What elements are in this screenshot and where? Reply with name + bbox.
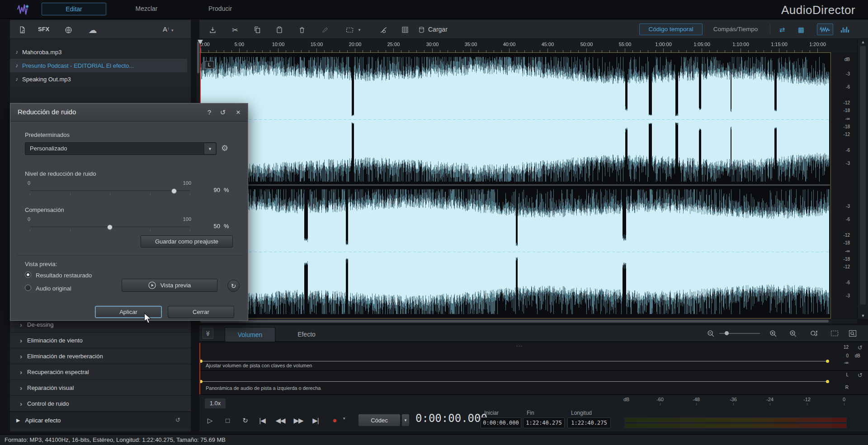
volume-keyframe[interactable] [826,360,829,363]
effect-item[interactable]: ›Reparación visual [10,380,191,396]
close-icon[interactable]: × [233,107,244,118]
vscroll-thumb[interactable] [860,46,866,304]
preset-dropdown[interactable]: Personalizado ▾ [25,142,217,155]
pan-keyframe[interactable] [826,380,829,383]
snap-grid-icon[interactable] [399,24,411,36]
db-scale-label: -18 [844,124,850,129]
play-button[interactable]: ▷ [203,415,217,426]
text-size-tool[interactable]: A↑▾ [163,25,174,33]
pan-envelope-line[interactable] [201,381,829,382]
pan-lane[interactable]: Panorámica de audio de pista a izquierda… [199,370,868,394]
export-audio-icon[interactable] [207,24,218,36]
effect-item[interactable]: ›Control de ruido [10,396,191,412]
library-file-row[interactable]: ♪Presunto Podcast - EDITORIAL El efecto.… [10,59,187,72]
effect-item[interactable]: ›Eliminación de reverberación [10,348,191,364]
zoom-in-icon[interactable] [767,328,779,339]
effect-label: Control de ruido [27,400,69,407]
radio-restored-result[interactable] [25,272,31,278]
draw-tool-icon[interactable] [319,24,331,36]
timeline-ruler[interactable] [199,39,857,52]
codec-button[interactable]: Códec [358,414,401,426]
save-preset-button[interactable]: Guardar como preajuste [141,235,233,248]
meter-fill [625,418,846,422]
codec-caret-button[interactable]: ▾ [401,414,410,426]
record-button[interactable]: ● [327,415,342,426]
download-sounds-icon[interactable] [62,24,74,36]
auto-fade-icon[interactable] [377,24,389,36]
fast-forward-button[interactable]: ▶▶ [291,415,306,426]
stop-button[interactable]: □ [220,415,235,426]
skip-end-button[interactable]: ▶| [308,415,323,426]
effect-item[interactable]: ›Recuperación espectral [10,364,191,380]
copy-icon[interactable] [251,24,263,36]
tab-timecode[interactable]: Código temporal [639,23,703,35]
range-select-caret-icon[interactable]: ▾ [356,24,363,36]
delete-icon[interactable] [296,24,308,36]
close-button[interactable]: Cerrar [168,306,234,318]
zoom-slider-handle[interactable] [725,331,729,335]
waveform-display[interactable] [199,53,830,319]
sfx-button[interactable]: SFX [38,26,49,33]
loop-button[interactable]: ↻ [238,415,252,426]
marquee-zoom-icon[interactable] [829,328,840,339]
radio-original-label[interactable]: Audio original [36,285,71,292]
zoom-out-full-icon[interactable] [787,328,799,339]
preview-button[interactable]: Vista previa [122,279,217,292]
radio-original-audio[interactable] [25,285,31,291]
hscroll-thumb[interactable] [200,320,829,323]
slider-track[interactable] [30,191,190,192]
waveform-hscroll[interactable] [199,319,857,323]
volume-lane[interactable]: Ajustar volumen de pista con claves de v… [199,343,868,370]
cut-icon[interactable]: ✂ [229,24,241,36]
reset-volume-icon[interactable]: ↺ [858,344,863,351]
radio-restored-label[interactable]: Resultado restaurado [36,272,92,279]
waveform-vscroll[interactable]: ▲ ▼ [857,39,868,319]
playhead-marker[interactable] [198,40,203,44]
tab-beats[interactable]: Compás/Tiempo [706,23,765,35]
slider-handle[interactable] [107,225,113,230]
load-icon[interactable] [415,24,427,36]
help-icon[interactable]: ? [204,107,215,118]
scroll-down-icon[interactable]: ▼ [858,314,868,318]
dialog-titlebar[interactable]: Reducción de ruido ? ↺ × [10,103,248,122]
top-tab-1[interactable]: Editar [42,3,106,15]
dropdown-caret-icon[interactable]: ▾ [204,143,216,154]
waveform-region[interactable]: L [199,52,831,319]
preset-gear-icon[interactable]: ⚙ [221,143,228,153]
cloud-icon[interactable]: ☁ [87,24,99,36]
db-scale-label: -12 [844,100,850,105]
zoom-out-icon[interactable] [705,328,717,339]
zoom-slider[interactable] [719,333,760,334]
compensation-slider[interactable] [30,225,190,231]
top-tab-2[interactable]: Mezclar [119,3,174,15]
library-file-row[interactable]: ♪Mahoroba.mp3 [10,45,187,59]
slider-handle[interactable] [171,188,177,194]
apply-effect-row[interactable]: ▶ Aplicar efecto ↺ [10,412,191,429]
spectral-view-button[interactable] [837,23,853,35]
tab-volumen[interactable]: Volumen [225,327,275,342]
effect-item[interactable]: ›Eliminación de viento [10,333,191,348]
load-button[interactable]: Cargar [428,26,448,33]
volume-envelope-line[interactable] [201,361,829,361]
quantize-grid-icon[interactable]: ▦ [795,24,807,36]
reset-pan-icon[interactable]: ↺ [858,372,863,379]
fit-zoom-icon[interactable] [847,328,859,339]
preview-loop-button[interactable]: ↻ [227,280,240,292]
top-tab-3[interactable]: Producir [193,3,247,15]
paste-icon[interactable] [274,24,285,36]
waveform-view-button[interactable] [817,23,833,35]
time-stretch-icon[interactable]: ⇄ [776,24,788,36]
tab-efecto[interactable]: Efecto [281,327,332,342]
range-select-icon[interactable] [344,24,355,36]
library-file-row[interactable]: ♪Speaking Out.mp3 [10,72,187,86]
scroll-up-icon[interactable]: ▲ [858,40,868,44]
import-media-icon[interactable] [16,24,28,36]
preset-value: Personalizado [30,145,67,152]
reset-effect-icon[interactable]: ↺ [175,417,180,423]
record-caret-icon[interactable]: ▾ [343,416,345,421]
noise-level-slider[interactable] [30,188,190,195]
reset-icon[interactable]: ↺ [217,107,228,118]
vertical-zoom-icon[interactable] [808,328,820,339]
rewind-button[interactable]: ◀◀ [273,415,288,426]
skip-start-button[interactable]: |◀ [255,415,269,426]
